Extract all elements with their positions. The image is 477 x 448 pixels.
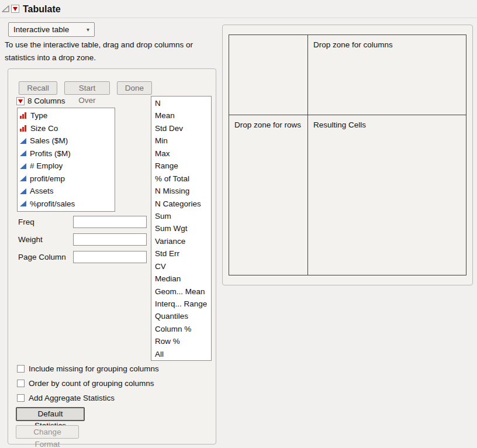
default-statistics-button[interactable]: Default Statistics — [16, 407, 85, 421]
page-title: Tabulate — [23, 4, 61, 15]
freq-input[interactable] — [73, 216, 147, 228]
weight-input[interactable] — [73, 233, 147, 246]
column-item-profit-emp[interactable]: profit/emp — [18, 173, 115, 185]
column-item-assets[interactable]: Assets — [18, 185, 115, 198]
instructions-text: To use the interactive table, drag and d… — [5, 39, 219, 64]
statistic-item[interactable]: Sum — [151, 210, 211, 222]
drop-zone-corner[interactable] — [229, 35, 308, 115]
statistic-item[interactable]: N Categories — [151, 198, 211, 210]
chevron-down-icon: ▾ — [87, 26, 89, 33]
dropzone-panel: Drop zone for columns Drop zone for rows… — [222, 25, 473, 285]
red-triangle-menu[interactable] — [11, 5, 19, 13]
drop-zone-columns[interactable]: Drop zone for columns — [308, 35, 466, 115]
page-column-input[interactable] — [73, 251, 147, 263]
statistic-item[interactable]: CV — [151, 260, 211, 273]
statistic-item[interactable]: N — [151, 97, 211, 109]
report-header: Tabulate — [0, 0, 477, 18]
column-label: Sales ($M) — [30, 136, 68, 145]
checkbox-add-aggregate[interactable]: Add Aggregate Statistics — [17, 394, 115, 402]
statistic-item[interactable]: Quantiles — [151, 310, 211, 322]
statistic-item[interactable]: Range — [151, 160, 211, 172]
column-label: %profit/sales — [30, 199, 75, 208]
checkbox-label: Order by count of grouping columns — [29, 379, 154, 388]
freq-label: Freq — [18, 218, 34, 226]
drop-zone-columns-label: Drop zone for columns — [313, 40, 393, 49]
continuous-icon — [20, 188, 26, 194]
column-item-employ[interactable]: # Employ — [18, 160, 115, 173]
column-item-sales[interactable]: Sales ($M) — [18, 135, 115, 147]
statistic-item[interactable]: Variance — [151, 235, 211, 247]
red-triangle-icon — [13, 7, 18, 11]
statistic-item[interactable]: Min — [151, 135, 211, 147]
column-item-profit-sales[interactable]: %profit/sales — [18, 198, 115, 211]
columns-red-triangle-menu[interactable] — [16, 97, 25, 105]
columns-list: Type Size Co Sales ($M) Profits ($M) # E… — [17, 108, 115, 212]
statistic-item[interactable]: Geom... Mean — [151, 285, 211, 298]
tabulate-window: Tabulate Interactive table ▾ To use the … — [0, 0, 477, 448]
resulting-cells-label: Resulting Cells — [313, 120, 366, 129]
column-label: Size Co — [30, 124, 58, 133]
checkbox-label: Add Aggregate Statistics — [29, 394, 115, 402]
column-item-type[interactable]: Type — [18, 109, 115, 122]
column-item-size-co[interactable]: Size Co — [18, 122, 115, 135]
checkbox-icon[interactable] — [17, 394, 25, 402]
drop-zone-rows[interactable]: Drop zone for rows — [229, 115, 308, 275]
statistic-item[interactable]: Median — [151, 273, 211, 285]
statistic-item[interactable]: Row % — [151, 335, 211, 347]
checkbox-icon[interactable] — [17, 380, 25, 387]
recall-button[interactable]: Recall — [19, 81, 57, 95]
continuous-icon — [20, 138, 26, 144]
statistic-item[interactable]: Max — [151, 147, 211, 160]
done-button[interactable]: Done — [117, 81, 152, 95]
column-label: profit/emp — [30, 174, 65, 183]
table-mode-select[interactable]: Interactive table ▾ — [8, 22, 95, 37]
control-panel: Recall Start Over Done 8 Columns Type Si… — [8, 68, 216, 444]
nominal-icon — [20, 125, 27, 132]
column-label: # Employ — [30, 161, 63, 170]
nominal-icon — [20, 112, 27, 119]
change-format-button[interactable]: Change Format — [16, 425, 79, 439]
column-item-profits[interactable]: Profits ($M) — [18, 147, 115, 160]
statistic-item[interactable]: Sum Wgt — [151, 222, 211, 235]
statistic-item[interactable]: Std Err — [151, 247, 211, 260]
continuous-icon — [20, 175, 26, 181]
checkbox-label: Include missing for grouping columns — [29, 364, 159, 373]
checkbox-include-missing[interactable]: Include missing for grouping columns — [17, 364, 159, 373]
continuous-icon — [20, 150, 26, 156]
drop-zone-table: Drop zone for columns Drop zone for rows… — [229, 35, 466, 275]
continuous-icon — [20, 201, 26, 206]
table-mode-value: Interactive table — [13, 25, 69, 34]
disclosure-triangle-icon[interactable] — [2, 5, 9, 13]
statistic-item[interactable]: Column % — [151, 323, 211, 335]
checkbox-order-by-count[interactable]: Order by count of grouping columns — [17, 379, 154, 388]
statistic-item[interactable]: Interq... Range — [151, 298, 211, 310]
resulting-cells[interactable]: Resulting Cells — [308, 115, 466, 275]
column-label: Type — [30, 111, 47, 120]
statistic-item[interactable]: % of Total — [151, 173, 211, 185]
columns-count-label: 8 Columns — [27, 97, 65, 105]
column-label: Profits ($M) — [30, 149, 71, 158]
red-triangle-icon — [18, 99, 23, 104]
statistics-list: N Mean Std Dev Min Max Range % of Total … — [151, 96, 212, 361]
drop-zone-rows-label: Drop zone for rows — [234, 120, 301, 129]
continuous-icon — [20, 163, 26, 169]
column-label: Assets — [30, 187, 54, 195]
checkbox-icon[interactable] — [17, 365, 25, 373]
weight-label: Weight — [18, 235, 43, 244]
statistic-item[interactable]: N Missing — [151, 185, 211, 197]
start-over-button[interactable]: Start Over — [64, 81, 110, 95]
statistic-item[interactable]: Mean — [151, 109, 211, 122]
statistic-item[interactable]: Std Dev — [151, 122, 211, 135]
page-column-label: Page Column — [18, 253, 66, 261]
statistic-item[interactable]: All — [151, 348, 211, 360]
